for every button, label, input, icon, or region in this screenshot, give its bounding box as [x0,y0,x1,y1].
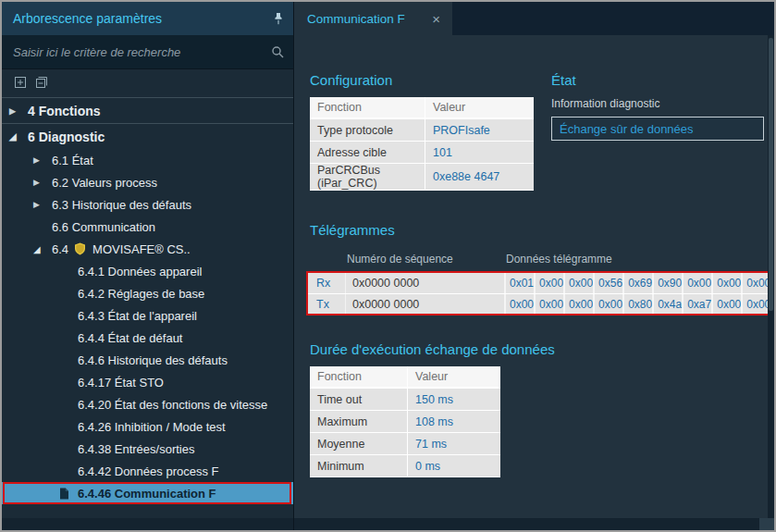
parameter-tree: ▶4 Fonctions◢6 Diagnostic▶6.1 État▶6.2 V… [2,95,293,518]
telegrammes-title: Télégrammes [310,222,774,238]
telegram-bytes: 0x010x000x000x560x690x900x000x000x00 [504,273,770,293]
collapse-all-icon[interactable] [35,76,48,89]
tree-item[interactable]: 6.4.46 Communication F [2,482,293,504]
horizontal-scrollbar[interactable] [294,518,774,530]
telegram-byte: 0xa7 [682,294,711,314]
scrollbar-corner [759,518,774,530]
search-input[interactable] [2,45,271,59]
telegram-byte: 0x00 [534,273,563,293]
configuration-section: Configuration FonctionValeurType protoco… [310,72,535,191]
tree-item-label: 6.4.26 Inhibition / Mode test [78,420,226,434]
sidebar-horizontal-scrollbar[interactable] [2,518,293,530]
tree-item[interactable]: ▶4 Fonctions [2,97,293,123]
table-row: ParCRCBus (iPar_CRC)0xe88e 4647 [310,164,534,191]
pin-icon[interactable] [273,12,284,25]
tree-item-label: 6.4.2 Réglages de base [78,287,204,301]
vertical-scrollbar-thumb[interactable] [769,38,773,311]
row-label: Time out [310,389,408,411]
tab-bar: Communication F × [294,2,774,35]
search-bar [2,35,293,69]
tree-item[interactable]: ▶6.3 Historique des défauts [2,193,293,216]
row-value: 71 ms [408,433,500,455]
tree-item-label: 6.4.42 Données process F [78,464,218,478]
telegram-byte: 0x00 [711,294,741,314]
tree-item-label: 6.4.6 Historique des défauts [78,353,228,367]
sidebar-header: Arborescence paramètres [2,2,293,35]
table-row: Adresse cible101 [310,142,534,164]
content-area: Configuration FonctionValeurType protoco… [294,35,774,530]
vertical-scrollbar[interactable] [768,35,774,518]
telegram-table-header: Numéro de séquence Données télégramme [308,247,774,271]
configuration-title: Configuration [310,72,535,88]
chevron-collapsed-icon[interactable]: ▶ [9,106,28,116]
telegram-direction: Rx [308,273,345,293]
telegram-sequence: 0x0000 0000 [345,273,504,293]
tree-item[interactable]: 6.4.17 État STO [2,371,293,393]
row-value: 0xe88e 4647 [425,164,534,191]
sidebar: Arborescence paramètres ▶4 Fonctions◢6 D… [2,2,294,530]
tree-item-label: 6.4.3 État de l'appareil [78,309,197,323]
diagnostic-info-value: Échange sûr de données [560,122,694,136]
diagnostic-info-label: Information diagnostic [551,97,764,110]
sidebar-title: Arborescence paramètres [13,11,273,26]
table-row: Moyenne71 ms [310,433,500,455]
row-value: 150 ms [408,389,500,411]
table-row: Time out150 ms [310,389,500,411]
telegram-byte: 0x00 [711,273,741,293]
tree-item[interactable]: 6.4.6 Historique des défauts [2,349,293,371]
chevron-expanded-icon[interactable]: ◢ [33,244,52,254]
tree-item[interactable]: 6.4.38 Entrées/sorties [2,438,293,460]
tree-item[interactable]: 6.4.1 Données appareil [2,260,293,282]
row-label: Maximum [310,411,408,433]
tree-item[interactable]: 6.6 Communication [2,216,293,238]
tree-item[interactable]: ▶6.2 Valeurs process [2,171,293,193]
telegram-byte: 0x4a [652,294,682,314]
telegram-byte: 0x00 [682,273,711,293]
top-row: Configuration FonctionValeurType protoco… [310,72,774,191]
tree-item[interactable]: ◢6 Diagnostic [2,123,293,149]
row-value: 101 [425,142,534,164]
tree-item-label: 4 Fonctions [28,104,101,118]
tab-label: Communication F [307,12,405,26]
tree-item[interactable]: 6.4.20 État des fonctions de vitesse [2,393,293,415]
tree-item[interactable]: ▶6.1 État [2,149,293,171]
tree-toolbar [2,69,293,95]
tree-item-label: 6.4.20 État des fonctions de vitesse [78,398,267,412]
tree-item[interactable]: 6.4.42 Données process F [2,460,293,482]
telegram-byte: 0x00 [504,294,534,314]
telegram-byte: 0x00 [563,273,593,293]
tree-item-label: 6.4.4 État de défaut [78,331,182,345]
telegram-byte: 0x00 [741,273,770,293]
row-value: PROFIsafe [425,119,534,142]
document-icon [59,488,78,500]
chevron-collapsed-icon[interactable]: ▶ [33,155,52,165]
tree-item-label: 6.4.46 Communication F [78,487,216,501]
telegram-bytes: 0x000x000x000x000x800x4a0xa70x000x00 [504,294,770,314]
expand-all-icon[interactable] [14,76,27,89]
search-icon [271,45,293,58]
tree-item[interactable]: 6.4.26 Inhibition / Mode test [2,415,293,438]
telegram-row: Tx0x0000 00000x000x000x000x000x800x4a0xa… [308,293,770,314]
tree-item[interactable]: 6.4.2 Réglages de base [2,282,293,304]
tree-item-prefix: 6.4 [52,242,68,256]
chevron-collapsed-icon[interactable]: ▶ [33,178,52,187]
row-label: ParCRCBus (iPar_CRC) [310,164,425,191]
tab-close-icon[interactable]: × [432,12,440,26]
chevron-expanded-icon[interactable]: ◢ [9,131,28,142]
tree-item[interactable]: ◢6.4MOVISAFE® CS.. [2,238,293,260]
table-row: Minimum0 ms [310,455,500,477]
tree-item-label: 6.1 État [52,154,93,167]
duree-title: Durée d'exécution échange de données [310,341,774,357]
chevron-collapsed-icon[interactable]: ▶ [33,200,52,209]
row-label: Adresse cible [310,142,425,164]
tree-item-label: 6.4.17 État STO [78,376,164,390]
etat-title: État [551,72,764,88]
telegram-byte: 0x00 [534,294,563,314]
tab-communication-f[interactable]: Communication F × [294,2,452,35]
tree-item[interactable]: 6.4.3 État de l'appareil [2,304,293,327]
telegram-byte: 0x56 [593,273,622,293]
table-row: Maximum108 ms [310,411,500,433]
tree-item[interactable]: 6.4.4 État de défaut [2,327,293,349]
diagnostic-info-field: Échange sûr de données [551,117,764,141]
telegram-direction: Tx [308,294,345,314]
